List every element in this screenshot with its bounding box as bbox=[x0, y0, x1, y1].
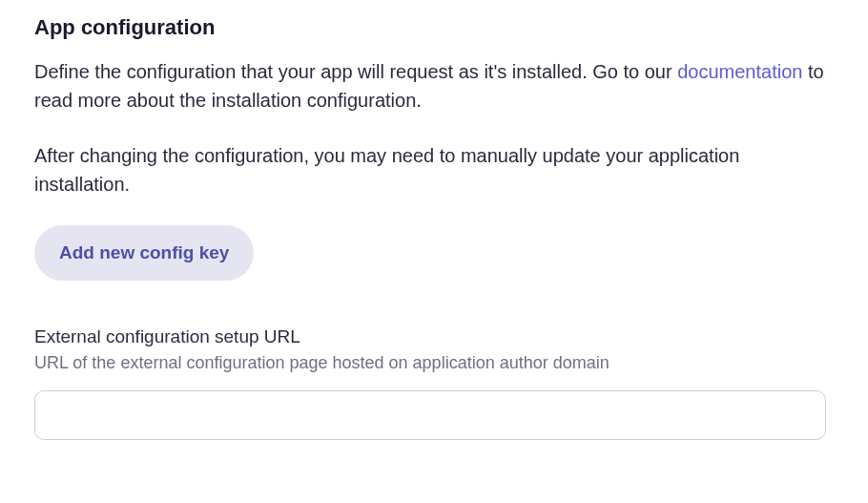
section-title: App configuration bbox=[34, 15, 834, 40]
add-config-key-button[interactable]: Add new config key bbox=[34, 225, 254, 281]
external-url-helper: URL of the external configuration page h… bbox=[34, 353, 834, 373]
configuration-note: After changing the configuration, you ma… bbox=[34, 141, 834, 199]
description-text: Define the configuration that your app w… bbox=[34, 57, 834, 115]
external-url-field-group: External configuration setup URL URL of … bbox=[34, 326, 834, 440]
documentation-link[interactable]: documentation bbox=[677, 61, 802, 82]
description-part1: Define the configuration that your app w… bbox=[34, 61, 677, 82]
external-url-label: External configuration setup URL bbox=[34, 326, 834, 347]
external-url-input[interactable] bbox=[34, 390, 826, 440]
